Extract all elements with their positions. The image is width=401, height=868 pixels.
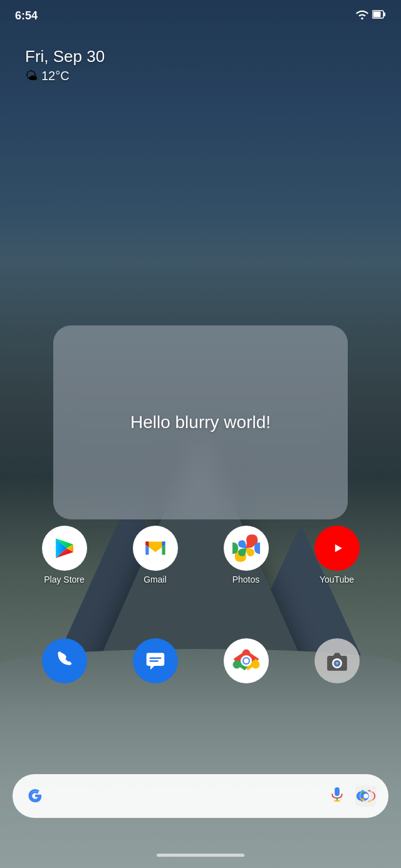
blurry-card: Hello blurry world! <box>53 325 348 519</box>
svg-rect-2 <box>383 13 385 16</box>
app-playstore[interactable]: Play Store <box>42 526 87 585</box>
phone-icon <box>42 638 87 683</box>
svg-point-25 <box>335 662 338 665</box>
google-lens-icon[interactable] <box>355 785 377 807</box>
wifi-icon <box>356 9 368 22</box>
svg-point-20 <box>244 658 249 663</box>
svg-point-16 <box>252 661 259 668</box>
app-photos[interactable]: Photos <box>224 526 269 585</box>
gmail-label: Gmail <box>143 574 167 585</box>
app-camera[interactable] <box>315 638 360 683</box>
camera-icon <box>315 638 360 683</box>
svg-rect-11 <box>149 660 158 661</box>
svg-rect-3 <box>373 12 381 18</box>
messages-icon <box>133 638 178 683</box>
google-g-icon <box>24 785 46 807</box>
playstore-label: Play Store <box>44 574 85 585</box>
svg-rect-9 <box>146 653 164 666</box>
date-text: Fri, Sep 30 <box>25 47 105 66</box>
app-gmail[interactable]: Gmail <box>133 526 178 585</box>
playstore-icon <box>42 526 87 571</box>
app-chrome[interactable] <box>224 638 269 683</box>
gmail-icon <box>133 526 178 571</box>
home-indicator <box>157 854 244 857</box>
status-bar: 6:54 <box>0 0 401 31</box>
youtube-icon <box>315 526 360 571</box>
main-app-row: Play Store Gmail <box>0 526 401 585</box>
search-mic-icon[interactable] <box>327 786 347 806</box>
blurry-card-text: Hello blurry world! <box>130 412 271 432</box>
app-messages[interactable] <box>133 638 178 683</box>
weather-temp: 12°C <box>41 69 70 83</box>
status-time: 6:54 <box>15 9 38 23</box>
svg-point-30 <box>363 794 368 799</box>
search-bar[interactable] <box>13 774 388 818</box>
photos-label: Photos <box>232 574 260 585</box>
svg-rect-26 <box>335 787 340 796</box>
chrome-icon <box>224 638 269 683</box>
svg-point-0 <box>361 18 363 19</box>
weather-row: 🌤 12°C <box>25 69 105 83</box>
svg-point-17 <box>233 661 241 668</box>
app-phone[interactable] <box>42 638 87 683</box>
status-icons <box>356 9 386 22</box>
svg-marker-8 <box>335 544 341 553</box>
app-youtube[interactable]: YouTube <box>315 526 360 585</box>
youtube-label: YouTube <box>320 574 354 585</box>
battery-icon <box>372 9 386 22</box>
dock-app-row <box>0 638 401 683</box>
svg-rect-10 <box>149 657 161 658</box>
photos-icon <box>224 526 269 571</box>
date-widget: Fri, Sep 30 🌤 12°C <box>25 47 105 83</box>
weather-icon: 🌤 <box>25 69 38 83</box>
